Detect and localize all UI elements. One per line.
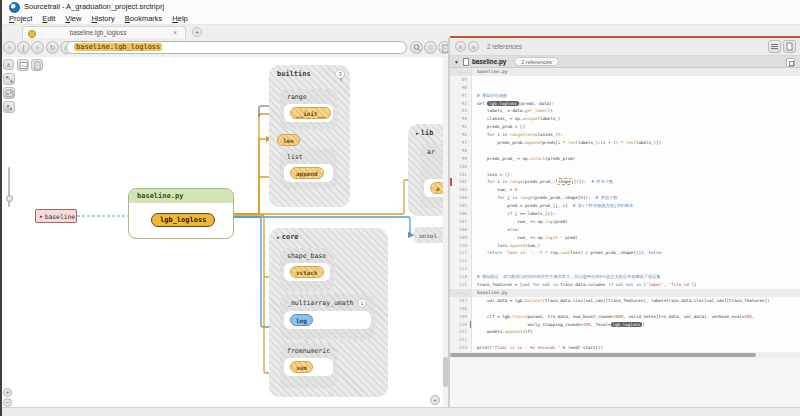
- code-line-92[interactable]: 92def lgb_logloss(preds, data):: [450, 100, 800, 108]
- maximize-snippet-button[interactable]: [786, 58, 795, 67]
- export-graph-button[interactable]: [31, 59, 43, 71]
- code-text: def lgb_logloss(preds, data):: [472, 100, 800, 108]
- graph-symbol-lgb-logloss[interactable]: lgb_logloss: [151, 213, 215, 227]
- code-line-148[interactable]: 148: [450, 305, 800, 313]
- code-line-104[interactable]: 104 for j in range(preds_prob_.shape[0])…: [450, 194, 800, 202]
- graph-node-list[interactable]: list append: [280, 149, 337, 189]
- code-line-102[interactable]: 102 for i in range(preds_prob_.shape[1])…: [450, 178, 800, 186]
- code-line-115[interactable]: 115train_features = [col for col in trai…: [450, 281, 800, 289]
- collapse-toolbar-button[interactable]: ∧: [3, 59, 14, 70]
- code-line-97[interactable]: 97 preds_prob.append(preds[i * len(label…: [450, 139, 800, 147]
- graph-symbol-vstack[interactable]: vstack: [290, 266, 324, 278]
- search-button[interactable]: [410, 41, 423, 54]
- scrollbar-thumb[interactable]: [450, 353, 756, 357]
- code-line-113[interactable]: 113: [450, 265, 800, 273]
- graph-symbol-len[interactable]: len: [277, 134, 300, 146]
- code-line-94[interactable]: 94 classes_ = np.unique(labels_): [450, 115, 800, 123]
- graph-symbol-log[interactable]: log: [290, 314, 313, 326]
- code-line-103[interactable]: 103 sum_ = 0: [450, 186, 800, 194]
- code-line-100[interactable]: 100: [450, 163, 800, 171]
- line-number: 90: [450, 84, 472, 92]
- code-line-108[interactable]: 108 else:: [450, 226, 800, 234]
- forward-button[interactable]: ›: [31, 41, 44, 54]
- zoom-fit-button[interactable]: +: [430, 395, 440, 405]
- file-header-row[interactable]: ▼ baseline.py 2 references: [450, 56, 800, 68]
- code-line-112[interactable]: 112: [450, 257, 800, 265]
- code-line-98[interactable]: 98: [450, 147, 800, 155]
- zoom-slider-handle[interactable]: [6, 195, 13, 202]
- code-line-96[interactable]: 96 for i in range(len(classes_)):: [450, 131, 800, 139]
- collapse-badge[interactable]: 1: [357, 299, 366, 308]
- custom-trail-button[interactable]: [3, 73, 15, 85]
- graph-node-fromnumeric[interactable]: fromnumeric sum: [280, 343, 337, 388]
- menu-history[interactable]: History: [86, 14, 119, 23]
- code-line-109[interactable]: 109 sum_ += np.log(1 - pred): [450, 234, 800, 242]
- graph-node-shape-base[interactable]: shape_base vstack: [280, 248, 334, 291]
- menu-edit[interactable]: Edit: [37, 14, 60, 23]
- menu-view[interactable]: View: [60, 14, 86, 23]
- graph-group-builtins[interactable]: builtins 3 ∨ range __init__ len list app…: [269, 65, 350, 207]
- code-line-107[interactable]: 107 sum_ += np.log(pred): [450, 218, 800, 226]
- graph-symbol-sum[interactable]: sum: [290, 361, 313, 373]
- code-line-95[interactable]: 95 preds_prob = []: [450, 123, 800, 131]
- list-mode-button[interactable]: [768, 40, 781, 53]
- menu-help[interactable]: Help: [167, 14, 192, 23]
- code-line-93[interactable]: 93 labels_ = data.get_label(): [450, 107, 800, 115]
- code-line-106[interactable]: 106 if j == labels_[i]:: [450, 210, 800, 218]
- file-mode-button[interactable]: [783, 40, 796, 53]
- active-symbol[interactable]: lgb_logloss: [611, 322, 643, 327]
- graph-symbol-init[interactable]: __init__: [290, 107, 331, 119]
- code-line-149[interactable]: 149 clf = lgb.train(params, trn_data, nu…: [450, 313, 800, 321]
- code-text: early_stopping_rounds=100, feval=lgb_log…: [472, 321, 800, 329]
- graph-view[interactable]: builtins 3 ∨ range __init__ len list app…: [0, 57, 450, 407]
- tab-label: baseline.lgb_logloss: [23, 29, 173, 36]
- history-button[interactable]: |: [17, 41, 30, 54]
- zoom-out-button[interactable]: −: [3, 398, 12, 407]
- search-input[interactable]: baseline.lgb_logloss: [66, 41, 407, 54]
- fulltext-search-button[interactable]: ☆: [424, 41, 437, 54]
- code-line-105[interactable]: 105 pred = preds_prob_[j, i] # 第i个样本预测为第…: [450, 202, 800, 210]
- code-line-152[interactable]: 152: [450, 336, 800, 344]
- code-line-153[interactable]: 153print("final is in : %s Seconds " % (…: [450, 344, 800, 352]
- tab-close-icon[interactable]: ×: [173, 29, 177, 36]
- code-line-91[interactable]: 91# 模型评估函数: [450, 92, 800, 100]
- code-line-99[interactable]: 99 preds_prob_ = np.vstack(preds_prob): [450, 155, 800, 163]
- snippet-separator[interactable]: ...baseline.py: [450, 289, 800, 297]
- next-reference-button[interactable]: ∨: [468, 41, 479, 52]
- tab-active[interactable]: baseline.lgb_logloss ×: [22, 26, 186, 38]
- group-by-namespace-button[interactable]: [3, 101, 15, 113]
- trail-icon: [5, 75, 14, 84]
- unsolved-reference[interactable]: shape: [556, 178, 573, 185]
- code-line-150[interactable]: 150 early_stopping_rounds=100, feval=lgb…: [450, 321, 800, 329]
- tri-down-icon[interactable]: ▼: [454, 59, 459, 65]
- graph-file-node-baseline-py[interactable]: baseline.py lgb_logloss: [128, 188, 234, 239]
- code-line-90[interactable]: 90: [450, 84, 800, 92]
- line-number: 111: [450, 249, 472, 257]
- menu-bookmarks[interactable]: Bookmarks: [120, 14, 168, 23]
- previous-reference-button[interactable]: ∧: [455, 41, 466, 52]
- code-line-147[interactable]: 147 val_data = lgb.Dataset(train_data.il…: [450, 297, 800, 305]
- graph-node-multiarray-umath[interactable]: _multiarray_umath 1 log: [280, 294, 375, 339]
- new-tab-button[interactable]: +: [192, 27, 202, 37]
- snippet-separator[interactable]: ...baseline.py: [450, 68, 800, 76]
- graph-symbol-append[interactable]: append: [290, 167, 324, 179]
- graph-node-baseline[interactable]: ▶ baseline: [35, 209, 77, 223]
- group-by-file-button[interactable]: [3, 87, 15, 99]
- code-line-111[interactable]: 111 return 'loss is: ', -1 * (np.sum(los…: [450, 249, 800, 257]
- save-image-button[interactable]: [17, 59, 29, 71]
- graph-group-core[interactable]: ▶core shape_base vstack _multiarray_umat…: [269, 228, 388, 397]
- code-line-110[interactable]: 110 loss.append(sum_): [450, 242, 800, 250]
- back-button[interactable]: ‹: [3, 41, 16, 54]
- active-symbol[interactable]: lgb_logloss: [487, 101, 519, 106]
- file-name[interactable]: baseline.py: [472, 58, 506, 65]
- code-text: classes_ = np.unique(labels_): [472, 115, 800, 123]
- line-number: 98: [450, 147, 472, 155]
- code-line-114[interactable]: 114# 模型验证，因为数据与时间的相关性不是非常大，所以使用传统的5折交叉验证…: [450, 273, 800, 281]
- refresh-button[interactable]: ↻: [46, 41, 59, 54]
- code-line-101[interactable]: 101 loss = []: [450, 171, 800, 179]
- menu-project[interactable]: Project: [4, 14, 37, 23]
- code-line-89[interactable]: 89: [450, 76, 800, 84]
- code-line-151[interactable]: 151 models.append(clf): [450, 328, 800, 336]
- zoom-in-button[interactable]: +: [3, 388, 12, 397]
- graph-node-range[interactable]: range __init__: [280, 89, 337, 129]
